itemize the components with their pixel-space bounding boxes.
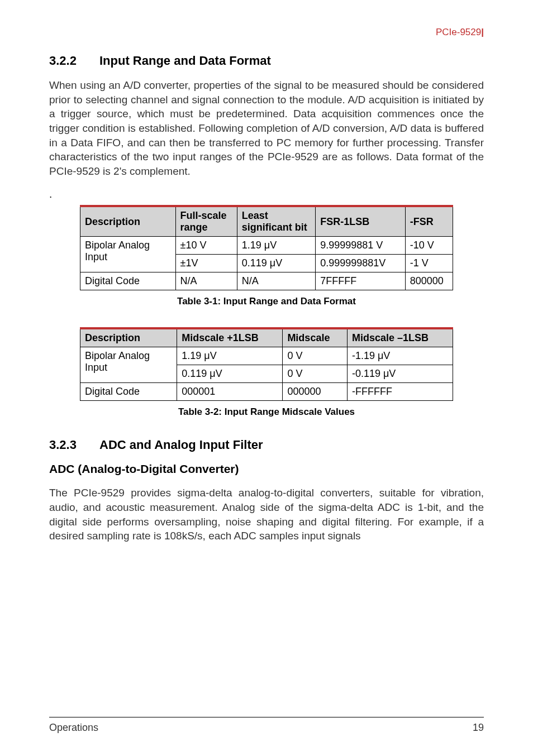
table2-caption: Table 3-2: Input Range Midscale Values [49, 406, 484, 418]
section-323-sub: ADC (Analog-to-Digital Converter) [49, 462, 484, 476]
t2-r3-desc: Digital Code [80, 383, 177, 401]
table-row: Digital Code 000001 000000 -FFFFFF [80, 383, 453, 401]
table2-body: Bipolar Analog Input 1.19 μV 0 V -1.19 μ… [80, 347, 453, 401]
t2-r1-mid: 0 V [283, 347, 348, 365]
table1-head: Description Full-scale range Least signi… [80, 206, 453, 237]
section-323-title: ADC and Analog Input Filter [99, 438, 263, 452]
table2-h2: Midscale +1LSB [177, 328, 283, 347]
t1-r3-lsb: N/A [237, 272, 315, 290]
t2-r3-mp1: 000001 [177, 383, 283, 401]
table2-h3: Midscale [283, 328, 348, 347]
table-row: Bipolar Analog Input 1.19 μV 0 V -1.19 μ… [80, 347, 453, 365]
table-row: Digital Code N/A N/A 7FFFFF 800000 [80, 272, 453, 290]
table-input-range: Description Full-scale range Least signi… [80, 205, 453, 290]
page-footer: Operations 19 [49, 717, 484, 734]
section-322-number: 3.2.2 [49, 54, 99, 68]
t1-r2-range: ±1V [175, 255, 237, 272]
table2-h4: Midscale –1LSB [347, 328, 453, 347]
section-323-paragraph: The PCIe-9529 provides sigma-delta analo… [49, 486, 484, 543]
t1-r3-fsr1lsb: 7FFFFF [316, 272, 405, 290]
t2-r3-mm1: -FFFFFF [347, 383, 453, 401]
t2-r1-mm1: -1.19 μV [347, 347, 453, 365]
t1-r1-fsr1lsb: 9.99999881 V [316, 237, 405, 255]
section-323-number: 3.2.3 [49, 438, 99, 452]
t2-r2-mid: 0 V [283, 365, 348, 383]
t1-r1-lsb: 1.19 μV [237, 237, 315, 255]
t1-r3-nfsr: 800000 [405, 272, 453, 290]
table1-h2: Full-scale range [175, 206, 237, 237]
t1-r3-range: N/A [175, 272, 237, 290]
table1-caption: Table 3-1: Input Range and Data Format [49, 296, 484, 307]
t2-r1-desc: Bipolar Analog Input [80, 347, 177, 383]
table-row: Bipolar Analog Input ±10 V 1.19 μV 9.999… [80, 237, 453, 255]
table1-h3: Least significant bit [237, 206, 315, 237]
t2-r2-mp1: 0.119 μV [177, 365, 283, 383]
t2-r1-mp1: 1.19 μV [177, 347, 283, 365]
section-322-heading: 3.2.2Input Range and Data Format [49, 54, 484, 68]
header-product: PCIe-9529| [49, 27, 484, 38]
table2-head: Description Midscale +1LSB Midscale Mids… [80, 328, 453, 347]
header-bar: | [481, 27, 484, 37]
table1-h4: FSR-1LSB [316, 206, 405, 237]
t1-r1-range: ±10 V [175, 237, 237, 255]
table-row: Description Midscale +1LSB Midscale Mids… [80, 328, 453, 347]
section-322-paragraph: When using an A/D converter, properties … [49, 78, 484, 178]
table2-h1: Description [80, 328, 177, 347]
table1-h5: -FSR [405, 206, 453, 237]
t1-r2-nfsr: -1 V [405, 255, 453, 272]
section-322-title: Input Range and Data Format [99, 54, 271, 68]
table-midscale: Description Midscale +1LSB Midscale Mids… [80, 327, 453, 401]
footer-left: Operations [49, 722, 98, 734]
table1-body: Bipolar Analog Input ±10 V 1.19 μV 9.999… [80, 237, 453, 290]
product-label: PCIe-9529 [436, 27, 481, 37]
t1-r1-nfsr: -10 V [405, 237, 453, 255]
stray-dot: . [49, 188, 484, 200]
table-row: Description Full-scale range Least signi… [80, 206, 453, 237]
section-323-heading: 3.2.3ADC and Analog Input Filter [49, 438, 484, 452]
t2-r2-mm1: -0.119 μV [347, 365, 453, 383]
t1-r1-desc: Bipolar Analog Input [80, 237, 176, 272]
table1-h1: Description [80, 206, 176, 237]
t1-r2-fsr1lsb: 0.999999881V [316, 255, 405, 272]
t1-r3-desc: Digital Code [80, 272, 176, 290]
t1-r2-lsb: 0.119 μV [237, 255, 315, 272]
t2-r3-mid: 000000 [283, 383, 348, 401]
footer-right: 19 [473, 722, 484, 734]
